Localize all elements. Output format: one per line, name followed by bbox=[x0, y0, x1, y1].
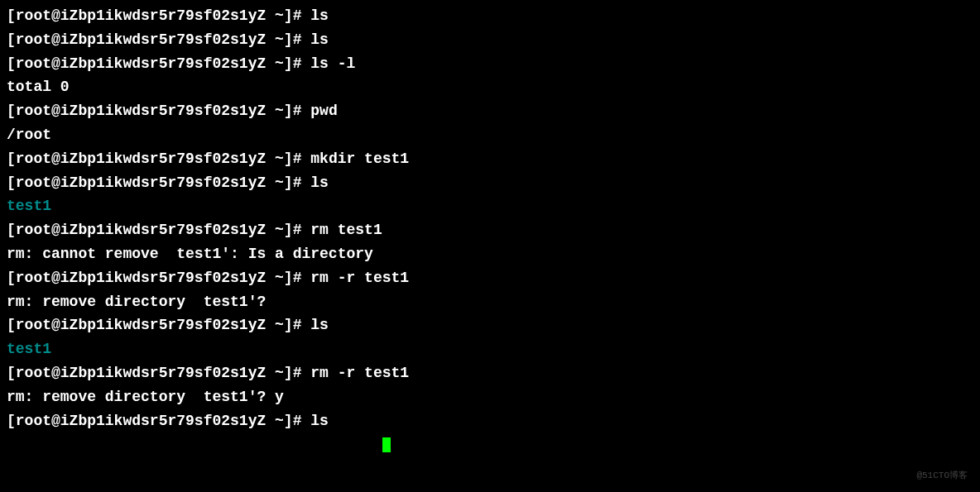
command-text: ls bbox=[310, 174, 329, 191]
output-text: rm: remove directory test1'? bbox=[7, 294, 266, 310]
command-text: pwd bbox=[310, 103, 337, 119]
watermark-text: @51CTO博客 bbox=[916, 469, 968, 484]
command-text: mkdir test1 bbox=[310, 150, 409, 167]
shell-prompt: [root@iZbp1ikwdsr5r79sf02s1yZ ~]# bbox=[7, 317, 301, 333]
terminal-line: rm: remove directory test1'? bbox=[7, 290, 973, 314]
command-text: ls -l bbox=[310, 55, 355, 72]
shell-prompt: [root@iZbp1ikwdsr5r79sf02s1yZ ~]# bbox=[7, 270, 301, 286]
terminal-line: rm: remove directory test1'? y bbox=[7, 385, 973, 409]
terminal-line: [root@iZbp1ikwdsr5r79sf02s1yZ ~]# pwd bbox=[7, 99, 973, 123]
output-text: rm: remove directory test1'? y bbox=[7, 389, 284, 405]
terminal-line: [root@iZbp1ikwdsr5r79sf02s1yZ ~]# ls bbox=[7, 409, 973, 433]
terminal-line: test1 bbox=[7, 337, 973, 361]
shell-prompt bbox=[7, 436, 382, 452]
terminal-line: [root@iZbp1ikwdsr5r79sf02s1yZ ~]# rm tes… bbox=[7, 218, 973, 242]
shell-prompt: [root@iZbp1ikwdsr5r79sf02s1yZ ~]# bbox=[7, 31, 301, 48]
terminal-line: [root@iZbp1ikwdsr5r79sf02s1yZ ~]# ls -l bbox=[7, 52, 973, 76]
terminal-line: [root@iZbp1ikwdsr5r79sf02s1yZ ~]# ls bbox=[7, 4, 973, 28]
command-text: ls bbox=[310, 413, 329, 429]
command-text: ls bbox=[310, 7, 329, 24]
command-text: rm -r test1 bbox=[310, 365, 409, 381]
shell-prompt: [root@iZbp1ikwdsr5r79sf02s1yZ ~]# bbox=[7, 174, 301, 191]
directory-name: test1 bbox=[7, 198, 51, 214]
output-text: total 0 bbox=[7, 79, 70, 95]
terminal-line[interactable] bbox=[7, 432, 973, 456]
output-text: rm: cannot remove test1': Is a directory bbox=[7, 246, 373, 262]
terminal-line: /root bbox=[7, 123, 973, 147]
command-text: rm -r test1 bbox=[310, 270, 409, 286]
cursor-icon bbox=[382, 437, 391, 452]
command-text: ls bbox=[310, 31, 329, 48]
command-text: ls bbox=[310, 317, 329, 333]
shell-prompt: [root@iZbp1ikwdsr5r79sf02s1yZ ~]# bbox=[7, 55, 301, 72]
shell-prompt: [root@iZbp1ikwdsr5r79sf02s1yZ ~]# bbox=[7, 222, 301, 238]
terminal-line: [root@iZbp1ikwdsr5r79sf02s1yZ ~]# ls bbox=[7, 313, 973, 337]
terminal-line: [root@iZbp1ikwdsr5r79sf02s1yZ ~]# rm -r … bbox=[7, 266, 973, 290]
shell-prompt: [root@iZbp1ikwdsr5r79sf02s1yZ ~]# bbox=[7, 103, 301, 119]
terminal-line: [root@iZbp1ikwdsr5r79sf02s1yZ ~]# ls bbox=[7, 171, 973, 195]
terminal-line: total 0 bbox=[7, 75, 973, 99]
terminal-line: [root@iZbp1ikwdsr5r79sf02s1yZ ~]# ls bbox=[7, 28, 973, 52]
terminal-line: [root@iZbp1ikwdsr5r79sf02s1yZ ~]# rm -r … bbox=[7, 361, 973, 385]
output-text: /root bbox=[7, 127, 51, 143]
command-text: rm test1 bbox=[310, 222, 382, 238]
shell-prompt: [root@iZbp1ikwdsr5r79sf02s1yZ ~]# bbox=[7, 7, 301, 24]
terminal-line: rm: cannot remove test1': Is a directory bbox=[7, 242, 973, 266]
shell-prompt: [root@iZbp1ikwdsr5r79sf02s1yZ ~]# bbox=[7, 150, 301, 167]
shell-prompt: [root@iZbp1ikwdsr5r79sf02s1yZ ~]# bbox=[7, 365, 301, 381]
terminal-line: test1 bbox=[7, 194, 973, 218]
directory-name: test1 bbox=[7, 341, 51, 357]
shell-prompt: [root@iZbp1ikwdsr5r79sf02s1yZ ~]# bbox=[7, 413, 301, 429]
terminal-line: [root@iZbp1ikwdsr5r79sf02s1yZ ~]# mkdir … bbox=[7, 147, 973, 171]
